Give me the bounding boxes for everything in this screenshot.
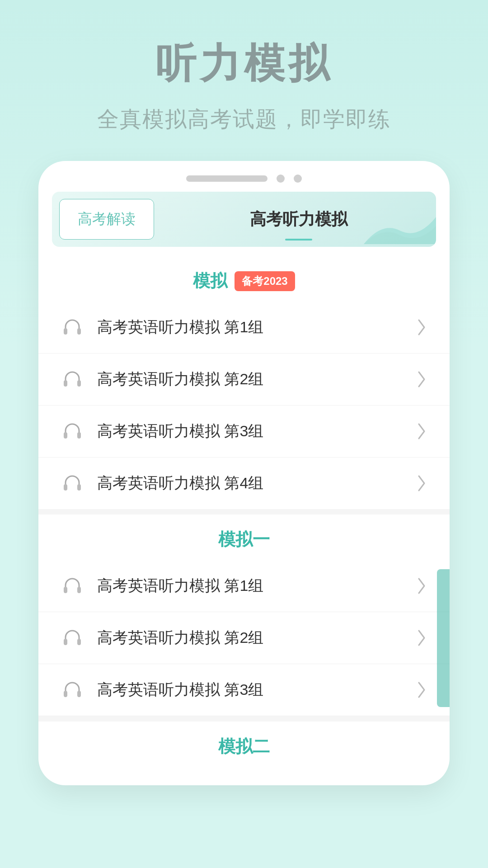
chevron-right-icon xyxy=(416,474,427,492)
phone-dot-1 xyxy=(277,175,285,183)
section-title-moni: 模拟 xyxy=(193,269,227,292)
headphone-icon xyxy=(61,368,84,391)
chevron-right-icon xyxy=(416,681,427,699)
list-item-text: 高考英语听力模拟 第1组 xyxy=(97,317,416,338)
svg-rect-9 xyxy=(77,587,81,593)
list-item-text: 高考英语听力模拟 第3组 xyxy=(97,421,416,442)
svg-rect-6 xyxy=(64,484,67,491)
section-divider-2 xyxy=(38,716,450,722)
tab-inactive[interactable]: 高考解读 xyxy=(59,199,154,240)
svg-rect-8 xyxy=(64,587,67,593)
section-moni1-list: 高考英语听力模拟 第1组 高考英语听力模拟 第2组 xyxy=(38,560,450,716)
main-title: 听力模拟 xyxy=(155,36,333,91)
svg-rect-7 xyxy=(77,484,81,491)
side-decoration xyxy=(437,569,450,707)
chevron-right-icon xyxy=(416,422,427,440)
svg-rect-1 xyxy=(77,328,81,335)
list-item[interactable]: 高考英语听力模拟 第3组 xyxy=(38,406,450,458)
section-title-moni2: 模拟二 xyxy=(218,735,270,758)
svg-rect-3 xyxy=(77,380,81,387)
svg-rect-12 xyxy=(64,691,67,697)
list-item[interactable]: 高考英语听力模拟 第3组 xyxy=(38,664,450,716)
list-item-text: 高考英语听力模拟 第2组 xyxy=(97,369,416,390)
list-item[interactable]: 高考英语听力模拟 第2组 xyxy=(38,612,450,664)
tab-wave-decoration xyxy=(364,212,436,244)
list-item[interactable]: 高考英语听力模拟 第2组 xyxy=(38,354,450,406)
section-moni-list: 高考英语听力模拟 第1组 高考英语听力模拟 第2组 xyxy=(38,302,450,509)
headphone-icon xyxy=(61,472,84,495)
list-item-text: 高考英语听力模拟 第2组 xyxy=(97,627,416,648)
headphone-icon xyxy=(61,316,84,339)
phone-pill xyxy=(186,175,267,182)
phone-topbar xyxy=(38,161,450,192)
section-divider xyxy=(38,509,450,514)
headphone-icon xyxy=(61,679,84,701)
svg-rect-5 xyxy=(77,432,81,439)
list-item[interactable]: 高考英语听力模拟 第4组 xyxy=(38,458,450,509)
svg-rect-13 xyxy=(77,691,81,697)
tab-active[interactable]: 高考听力模拟 xyxy=(161,195,436,244)
badge-2023: 备考2023 xyxy=(235,271,295,291)
list-item-text: 高考英语听力模拟 第4组 xyxy=(97,473,416,494)
phone-card: 高考解读 高考听力模拟 模拟 备考2023 xyxy=(38,161,450,785)
chevron-right-icon xyxy=(416,629,427,647)
svg-rect-0 xyxy=(64,328,67,335)
bottom-spacer xyxy=(38,767,450,785)
page-wrapper: 听力模拟 全真模拟高考试题，即学即练 高考解读 高考听力模拟 模拟 备考2023 xyxy=(0,0,488,868)
list-item[interactable]: 高考英语听力模拟 第1组 xyxy=(38,560,450,612)
chevron-right-icon xyxy=(416,577,427,595)
phone-dot-2 xyxy=(294,175,302,183)
headphone-icon xyxy=(61,420,84,443)
section-header-moni1: 模拟一 xyxy=(38,514,450,560)
sub-title: 全真模拟高考试题，即学即练 xyxy=(97,105,391,134)
list-item-text: 高考英语听力模拟 第3组 xyxy=(97,679,416,700)
svg-rect-10 xyxy=(64,639,67,645)
section-header-moni: 模拟 备考2023 xyxy=(38,256,450,302)
tab-area: 高考解读 高考听力模拟 xyxy=(52,192,436,247)
svg-rect-4 xyxy=(64,432,67,439)
svg-rect-11 xyxy=(77,639,81,645)
section-title-moni1: 模拟一 xyxy=(218,528,270,551)
chevron-right-icon xyxy=(416,318,427,336)
chevron-right-icon xyxy=(416,370,427,388)
headphone-icon xyxy=(61,575,84,597)
list-item-text: 高考英语听力模拟 第1组 xyxy=(97,576,416,596)
headphone-icon xyxy=(61,627,84,649)
list-item[interactable]: 高考英语听力模拟 第1组 xyxy=(38,302,450,354)
section-header-moni2: 模拟二 xyxy=(38,722,450,767)
svg-rect-2 xyxy=(64,380,67,387)
